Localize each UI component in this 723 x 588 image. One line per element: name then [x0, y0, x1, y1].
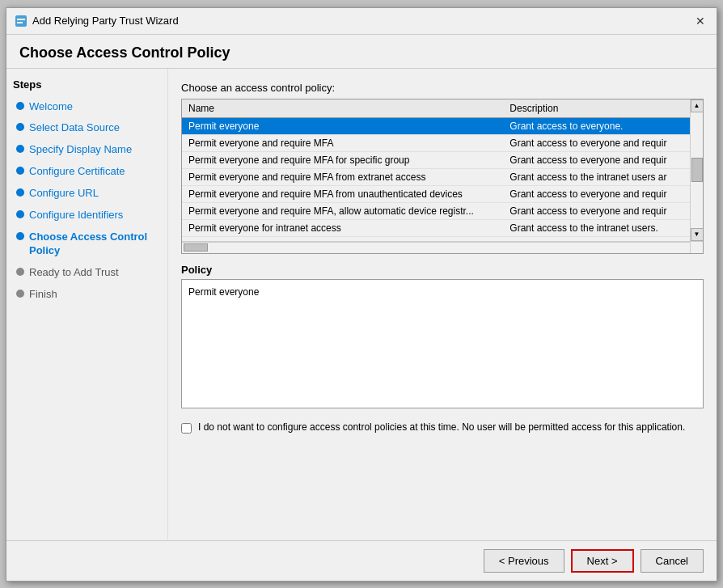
sidebar-item-choose-access-control-policy[interactable]: Choose Access Control Policy	[13, 229, 161, 260]
sidebar: Steps WelcomeSelect Data SourceSpecify D…	[6, 69, 168, 540]
table-row[interactable]: Permit everyone and require MFA, allow a…	[182, 202, 690, 219]
table-row[interactable]: Permit everyoneGrant access to everyone.	[182, 117, 690, 134]
table-cell-name: Permit everyone and require MFA, allow a…	[182, 202, 503, 219]
page-title: Choose Access Control Policy	[6, 35, 717, 69]
sidebar-item-welcome[interactable]: Welcome	[13, 99, 161, 116]
table-row[interactable]: Permit everyone and require MFAGrant acc…	[182, 134, 690, 151]
table-cell-name: Permit everyone and require MFA	[182, 134, 503, 151]
table-row[interactable]: Permit everyone for intranet accessGrant…	[182, 219, 690, 236]
policy-section-label: Choose an access control policy:	[181, 82, 704, 94]
sidebar-item-ready-to-add-trust[interactable]: Ready to Add Trust	[13, 264, 161, 281]
policy-box-label: Policy	[181, 264, 704, 276]
sidebar-dot-welcome	[16, 102, 24, 110]
close-button[interactable]: ✕	[692, 13, 708, 29]
table-cell-description: Grant access to the intranet users ar	[503, 168, 690, 185]
h-scroll-thumb	[184, 243, 208, 252]
no-policy-label: I do not want to configure access contro…	[198, 421, 685, 433]
table-row[interactable]: Permit specific groupGrant access to use…	[182, 236, 690, 241]
sidebar-item-finish[interactable]: Finish	[13, 286, 161, 303]
sidebar-label-configure-certificate: Configure Certificate	[29, 165, 125, 179]
table-cell-description: Grant access to everyone and requir	[503, 185, 690, 202]
no-policy-checkbox-row: I do not want to configure access contro…	[181, 421, 704, 434]
sidebar-label-select-data-source: Select Data Source	[29, 121, 120, 135]
previous-button[interactable]: < Previous	[484, 549, 564, 573]
svg-rect-0	[15, 15, 27, 27]
table-cell-description: Grant access to everyone and requir	[503, 134, 690, 151]
policy-box: Permit everyone	[181, 279, 704, 408]
policy-table: Name Description Permit everyoneGrant ac…	[182, 99, 690, 241]
table-cell-description: Grant access to the intranet users.	[503, 219, 690, 236]
policy-value: Permit everyone	[188, 286, 259, 298]
table-row[interactable]: Permit everyone and require MFA for spec…	[182, 151, 690, 168]
sidebar-label-finish: Finish	[29, 288, 57, 302]
sidebar-title: Steps	[13, 78, 161, 91]
sidebar-label-configure-url: Configure URL	[29, 187, 99, 201]
svg-rect-2	[17, 22, 23, 23]
content-area: Steps WelcomeSelect Data SourceSpecify D…	[6, 69, 717, 540]
next-button[interactable]: Next >	[571, 549, 634, 573]
sidebar-dot-finish	[16, 290, 24, 298]
table-cell-name: Permit everyone for intranet access	[182, 219, 503, 236]
sidebar-dot-configure-certificate	[16, 167, 24, 175]
title-bar: Add Relying Party Trust Wizard ✕	[6, 8, 717, 35]
window-title: Add Relying Party Trust Wizard	[32, 15, 179, 27]
table-row[interactable]: Permit everyone and require MFA from una…	[182, 185, 690, 202]
sidebar-dot-configure-url	[16, 188, 24, 197]
window-icon	[15, 15, 27, 27]
table-cell-name: Permit specific group	[182, 236, 503, 241]
policy-box-section: Policy Permit everyone	[181, 264, 704, 408]
sidebar-item-configure-certificate[interactable]: Configure Certificate	[13, 163, 161, 180]
sidebar-dot-choose-access-control-policy	[16, 232, 24, 240]
sidebar-item-configure-identifiers[interactable]: Configure Identifiers	[13, 207, 161, 224]
sidebar-dot-specify-display-name	[16, 145, 24, 153]
table-cell-description: Grant access to everyone.	[503, 117, 690, 134]
policy-table-scroll[interactable]: Name Description Permit everyoneGrant ac…	[182, 99, 690, 241]
wizard-window: Add Relying Party Trust Wizard ✕ Choose …	[6, 7, 717, 582]
vertical-scrollbar[interactable]: ▲ ▼	[690, 99, 703, 241]
policy-section: Choose an access control policy: Name De…	[181, 82, 704, 254]
scroll-up-button[interactable]: ▲	[691, 99, 704, 112]
sidebar-label-configure-identifiers: Configure Identifiers	[29, 209, 123, 222]
policy-table-wrapper: Name Description Permit everyoneGrant ac…	[181, 99, 704, 254]
footer: < Previous Next > Cancel	[6, 540, 717, 581]
horizontal-scrollbar[interactable]	[182, 242, 690, 253]
sidebar-item-select-data-source[interactable]: Select Data Source	[13, 120, 161, 137]
table-cell-description: Grant access to users of one or more	[503, 236, 690, 241]
horizontal-scroll-row	[182, 241, 703, 253]
table-cell-name: Permit everyone and require MFA from una…	[182, 185, 503, 202]
table-cell-name: Permit everyone and require MFA for spec…	[182, 151, 503, 168]
scroll-down-button[interactable]: ▼	[691, 228, 704, 241]
sidebar-label-specify-display-name: Specify Display Name	[29, 143, 132, 157]
sidebar-dot-select-data-source	[16, 123, 24, 131]
scroll-corner	[690, 242, 703, 253]
sidebar-label-ready-to-add-trust: Ready to Add Trust	[29, 266, 119, 280]
col-name: Name	[182, 99, 503, 118]
sidebar-dot-ready-to-add-trust	[16, 268, 24, 276]
cancel-button[interactable]: Cancel	[641, 549, 704, 573]
table-cell-name: Permit everyone and require MFA from ext…	[182, 168, 503, 185]
sidebar-item-specify-display-name[interactable]: Specify Display Name	[13, 142, 161, 159]
sidebar-label-choose-access-control-policy: Choose Access Control Policy	[29, 231, 158, 258]
sidebar-item-configure-url[interactable]: Configure URL	[13, 185, 161, 202]
table-cell-name: Permit everyone	[182, 117, 503, 134]
table-cell-description: Grant access to everyone and requir	[503, 151, 690, 168]
sidebar-label-welcome: Welcome	[29, 100, 73, 114]
sidebar-dot-configure-identifiers	[16, 210, 24, 218]
svg-rect-1	[17, 19, 25, 20]
table-cell-description: Grant access to everyone and requir	[503, 202, 690, 219]
policy-table-body: Permit everyoneGrant access to everyone.…	[182, 117, 690, 241]
no-policy-checkbox[interactable]	[181, 423, 192, 434]
table-row[interactable]: Permit everyone and require MFA from ext…	[182, 168, 690, 185]
sidebar-items-container: WelcomeSelect Data SourceSpecify Display…	[13, 99, 161, 303]
scroll-thumb	[691, 158, 703, 182]
col-description: Description	[503, 99, 690, 118]
main-panel: Choose an access control policy: Name De…	[168, 69, 717, 540]
